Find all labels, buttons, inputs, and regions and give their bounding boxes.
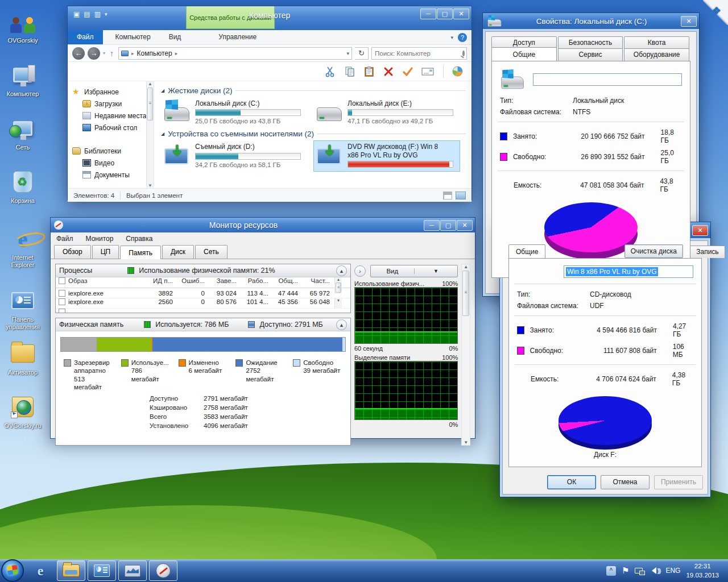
- minimize-button[interactable]: ─: [424, 220, 440, 231]
- scrollbar-thumb[interactable]: ≡: [147, 88, 153, 120]
- network-tray-icon[interactable]: [635, 568, 643, 573]
- desktop-icon-computer[interactable]: Компьютер: [2, 61, 43, 98]
- tab-security[interactable]: Безопасность: [558, 36, 623, 49]
- gadget-icon[interactable]: ❖: [712, 5, 721, 17]
- table-row-partial[interactable]: [56, 309, 350, 313]
- action-center-flag-icon[interactable]: ⚑: [622, 566, 629, 576]
- ribbon-collapse-icon[interactable]: ▾: [450, 35, 453, 40]
- search-box[interactable]: [371, 47, 467, 60]
- delete-icon[interactable]: [383, 66, 394, 77]
- view-button[interactable]: Вид▼: [370, 265, 458, 277]
- tab-manage[interactable]: Управление: [209, 30, 266, 44]
- show-hidden-icons-button[interactable]: ^: [606, 566, 616, 576]
- collapse-chevron-icon[interactable]: ▲: [336, 319, 347, 330]
- apply-button[interactable]: Применить: [654, 475, 703, 489]
- clock[interactable]: 22:31 19.03.2013: [686, 562, 722, 580]
- tab-file[interactable]: Файл: [68, 30, 103, 44]
- tab-view[interactable]: Вид: [160, 30, 191, 44]
- tab-hardware[interactable]: Оборудование: [624, 48, 689, 61]
- breadcrumb[interactable]: ▸ Компьютер ▸ ▾: [118, 47, 352, 60]
- back-button[interactable]: ←: [72, 47, 85, 60]
- tab-general-active[interactable]: Общие: [508, 244, 545, 258]
- help-icon[interactable]: ?: [458, 33, 467, 42]
- chart-icon[interactable]: [452, 65, 464, 77]
- desktop-icon-ovgorskiy-ru[interactable]: OVGorskiy.ru: [2, 393, 43, 430]
- window-resource-monitor[interactable]: Монитор ресурсов ─ ▢ ✕ Файл Монитор Спра…: [50, 217, 475, 439]
- scroll-down-icon[interactable]: ▼: [147, 183, 154, 188]
- taskbar-internet-explorer[interactable]: e: [26, 560, 55, 581]
- scroll-up-icon[interactable]: ▲: [147, 81, 154, 86]
- desktop-icon-activator[interactable]: Активатор: [2, 340, 43, 376]
- rename-check-icon[interactable]: [402, 66, 413, 77]
- sidebar-scrollbar[interactable]: ▲≡▼: [146, 81, 154, 188]
- menu-monitor[interactable]: Монитор: [86, 235, 114, 243]
- tab-quota[interactable]: Квота: [624, 36, 689, 49]
- sidebar-item-documents[interactable]: Документы: [72, 169, 154, 181]
- tab-overview[interactable]: Обзор: [54, 245, 91, 259]
- group-header-removable[interactable]: ◢Устройства со съемными носителями (2): [161, 130, 466, 138]
- search-icon[interactable]: [462, 51, 465, 56]
- forward-button[interactable]: →: [88, 47, 100, 60]
- taskbar-file-explorer[interactable]: [57, 560, 85, 581]
- table-row[interactable]: iexplore.exe 2560 0 80 576 101 4... 45 3…: [56, 298, 350, 309]
- tab-general-active[interactable]: Общие: [491, 47, 557, 61]
- start-button[interactable]: [1, 559, 24, 582]
- tab-disk[interactable]: Диск: [162, 245, 194, 259]
- nav-history-dropdown-icon[interactable]: ▾: [103, 51, 105, 56]
- scrollbar-thumb[interactable]: ≡: [462, 271, 469, 316]
- maximize-button[interactable]: ▢: [440, 220, 456, 231]
- close-button[interactable]: ✕: [457, 220, 473, 231]
- tab-recording[interactable]: Запись: [690, 246, 725, 258]
- row-checkbox[interactable]: [59, 290, 65, 297]
- disk-cleanup-button[interactable]: Очистка диска: [624, 244, 683, 258]
- select-all-checkbox[interactable]: [59, 277, 65, 284]
- close-button[interactable]: ✕: [692, 225, 708, 236]
- drive-d-tile[interactable]: ➜ Съемный диск (D:) 34,2 ГБ свободно из …: [161, 140, 308, 172]
- tab-computer[interactable]: Компьютер: [106, 30, 160, 44]
- taskbar-resource-monitor[interactable]: [149, 560, 177, 581]
- tab-tools[interactable]: Сервис: [558, 48, 623, 61]
- refresh-button[interactable]: ↻: [355, 47, 369, 60]
- desktop-icon-ovgorskiy[interactable]: OVGorskiy: [2, 8, 43, 44]
- drive-e-tile[interactable]: Локальный диск (E:) 47,1 ГБ свободно из …: [313, 97, 460, 127]
- sidebar-item-favorites[interactable]: ★Избранное: [72, 86, 154, 98]
- cancel-button[interactable]: Отмена: [601, 475, 650, 489]
- breadcrumb-item[interactable]: Компьютер: [137, 49, 172, 57]
- menu-help[interactable]: Справка: [126, 235, 152, 243]
- copy-icon[interactable]: [344, 66, 355, 77]
- row-checkbox[interactable]: [59, 298, 65, 305]
- sidebar-item-video[interactable]: Видео: [72, 157, 154, 169]
- sidebar-item-libraries[interactable]: Библиотеки: [72, 145, 154, 157]
- drive-f-tile-selected[interactable]: ➜ DVD RW дисковод (F:) Win 8 x86 Pro VL …: [313, 140, 460, 172]
- up-button[interactable]: ↑: [108, 49, 115, 58]
- desktop-icon-control-panel[interactable]: Панель управления: [2, 287, 43, 330]
- search-input[interactable]: [375, 50, 462, 57]
- group-header-hdd[interactable]: ◢Жесткие диски (2): [161, 86, 466, 95]
- window-scrollbar[interactable]: ▲≡▼: [461, 264, 470, 446]
- explorer-titlebar[interactable]: ▣ ▤ ▥ ▾ Средства работы с дисками Компью…: [68, 6, 471, 30]
- scroll-down-icon[interactable]: ▼: [462, 440, 470, 445]
- table-row[interactable]: iexplore.exe 3892 0 93 024 113 4... 47 4…: [56, 288, 350, 298]
- sidebar-item-recent[interactable]: Недавние места: [72, 110, 154, 122]
- label-icon[interactable]: [421, 66, 435, 77]
- menu-file[interactable]: Файл: [56, 235, 73, 243]
- table-scrollbar[interactable]: ▲≡: [334, 277, 342, 294]
- view-dropdown-icon[interactable]: ▼: [414, 268, 458, 274]
- resmon-titlebar[interactable]: Монитор ресурсов ─ ▢ ✕: [51, 218, 475, 232]
- tab-memory-active[interactable]: Память: [120, 246, 161, 259]
- tab-cpu[interactable]: ЦП: [92, 245, 119, 259]
- ok-button[interactable]: ОК: [547, 475, 596, 489]
- volume-label-input[interactable]: [533, 73, 682, 86]
- collapse-triangle-icon[interactable]: ◢: [161, 88, 164, 93]
- address-dropdown-icon[interactable]: ▾: [346, 51, 349, 56]
- volume-label-input[interactable]: Win 8 x86 Pro VL Ru by OVG: [564, 265, 693, 278]
- desktop-icon-recycle-bin[interactable]: ♻ Корзина: [2, 168, 43, 205]
- sidebar-item-downloads[interactable]: Загрузки: [72, 98, 154, 110]
- volume-tray-icon[interactable]: ))): [648, 567, 660, 574]
- desktop-icon-network[interactable]: Сеть: [2, 115, 43, 151]
- drive-c-tile[interactable]: Локальный диск (C:) 25,0 ГБ свободно из …: [161, 97, 308, 127]
- taskbar-performance-monitor[interactable]: [118, 560, 147, 581]
- close-button[interactable]: ✕: [681, 16, 697, 27]
- details-view-icon[interactable]: [443, 192, 452, 199]
- taskbar-control-panel[interactable]: [88, 560, 116, 581]
